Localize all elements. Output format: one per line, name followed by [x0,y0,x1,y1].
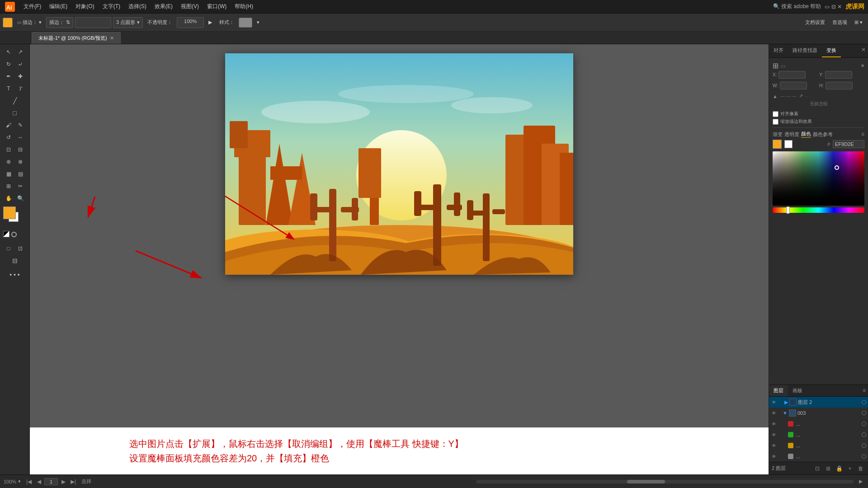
last-page-btn[interactable]: ▶| [69,477,78,486]
rotate-tool[interactable]: ↻ [3,58,14,70]
slice-tool[interactable]: ✂ [15,180,26,192]
layer-eye-green[interactable]: 👁 [771,432,777,438]
swatches-tab[interactable]: 渐变 [773,131,783,138]
right-panel-close[interactable]: ✕ [859,44,868,57]
doc-settings-btn[interactable]: 文档设置 [802,16,828,29]
color-tab[interactable]: 颜色 [801,131,811,138]
operation-dropdown[interactable]: 插边： ⇅ [46,17,73,28]
menu-type[interactable]: 文字(T) [99,2,124,11]
tab-transform[interactable]: 变换 [822,44,841,57]
scale-strokes-checkbox[interactable] [773,119,778,125]
pencil-tool[interactable]: ✎ [15,119,26,131]
more-tools-btn[interactable]: • • • [3,269,27,281]
scroll-right-btn[interactable]: ▶ [857,478,864,485]
layer-row-green[interactable]: 👁 ... [769,429,868,440]
symbol-sprayer[interactable]: ⊕ [3,156,14,168]
align-to-pixel-checkbox[interactable] [773,111,778,117]
hand-tool[interactable]: ✋ [3,192,14,204]
layer-row-003[interactable]: 👁 ▼ 003 [769,408,868,418]
column-graph[interactable]: ▦ [3,168,14,180]
transform-expand[interactable]: ✕ [861,63,864,68]
selection-tool[interactable]: ↖ [3,46,14,58]
zoom-dropdown-icon[interactable]: ▾ [18,479,21,484]
layer-eye-layer2[interactable]: 👁 [771,399,777,405]
full-screen-mode[interactable]: ⊟ [3,255,27,267]
bg-color-indicator[interactable] [784,140,793,148]
color-picker[interactable] [773,151,864,206]
opacity-arrow[interactable]: ▶ [206,16,215,29]
points-dropdown[interactable]: 3 点圆形 ▾ [113,17,143,28]
transparency-tab[interactable]: 透明度 [784,131,799,138]
layer-row-layer2[interactable]: 👁 ▶ 图层 2 [769,397,868,408]
warp-tool[interactable]: ⤾ [15,58,26,70]
color-panel-menu[interactable]: ≡ [861,131,864,137]
behind-mode[interactable]: ⊡ [15,243,26,254]
make-clipping-btn[interactable]: ⊞ [824,464,833,473]
next-page-btn[interactable]: ▶ [59,477,68,486]
layer-eye-gray[interactable]: 👁 [771,453,777,460]
delete-layer-btn[interactable]: 🗑 [856,464,865,473]
zoom-tool[interactable]: 🔍 [15,192,26,204]
more-tools[interactable]: • • • [3,269,27,281]
layer-eye-003[interactable]: 👁 [771,410,777,416]
w-input[interactable] [780,82,807,89]
style-dropdown-icon[interactable]: ▾ [254,16,262,29]
type-tool[interactable]: T [3,83,14,94]
tab-align[interactable]: 对齐 [769,44,788,57]
document-tab[interactable]: 未标题-1* @ 100% (RGB/预览) ✕ [32,32,121,44]
zoom-control[interactable]: 100% ▾ [4,479,21,484]
preferences-dropdown[interactable]: ⊞ ▾ [852,16,865,29]
layer-eye-yellow[interactable]: 👁 [771,442,777,449]
tab-close-icon[interactable]: ✕ [110,35,114,41]
reflect-tool[interactable]: ↔ [15,131,26,143]
layer-expand-003[interactable]: ▼ [783,410,788,416]
paintbrush-tool[interactable]: 🖌 [3,119,14,131]
color-guide-tab[interactable]: 颜色参考 [813,131,833,138]
page-input[interactable] [44,478,58,485]
reshape-tool[interactable]: ⊟ [15,144,26,155]
layer-row-yellow[interactable]: 👁 ... [769,440,868,451]
pen-tool[interactable]: ✒ [3,70,14,82]
artboard-tab[interactable]: 画板 [788,385,807,396]
new-layer-btn[interactable]: + [845,464,854,473]
menu-file[interactable]: 文件(F) [20,2,45,11]
menu-edit[interactable]: 编辑(E) [46,2,71,11]
h-scrollbar[interactable] [476,480,854,483]
fg-color-indicator[interactable] [773,140,782,149]
make-layer-btn[interactable]: ⊡ [813,464,822,473]
menu-effect[interactable]: 效果(E) [151,2,176,11]
y-input[interactable] [825,71,852,79]
operation-arrows[interactable]: ⇅ [66,19,70,25]
graph-tool2[interactable]: ▤ [15,168,26,180]
rotate2-tool[interactable]: ↺ [3,131,14,143]
layer-row-gray[interactable]: 👁 ... [769,451,868,462]
line-tool[interactable]: ╱ [3,95,27,107]
normal-mode[interactable]: □ [3,243,14,254]
none-color-icon[interactable] [11,232,17,237]
layers-panel-menu[interactable]: ≡ [860,385,868,396]
artboard-tool[interactable]: ⊞ [3,180,14,192]
h-input[interactable] [826,82,853,89]
fg-color-swatch[interactable] [3,206,16,219]
layer-eye-red[interactable]: 👁 [771,421,777,427]
layers-tab[interactable]: 图层 [769,385,788,396]
menu-view[interactable]: 视图(V) [177,2,203,11]
layer-row-red[interactable]: 👁 ... [769,418,868,429]
swap-colors-icon[interactable] [3,231,9,237]
layer-expand-icon[interactable]: ▶ [784,399,788,405]
tab-pathfinder[interactable]: 路径查找器 [788,44,822,57]
style-swatch[interactable] [239,18,252,28]
fill-color-swatch[interactable] [3,18,13,28]
first-page-btn[interactable]: |◀ [24,477,33,486]
menu-select[interactable]: 选择(S) [125,2,150,11]
x-input[interactable] [778,71,806,79]
rect-tool[interactable]: □ [3,107,27,119]
direct-selection-tool[interactable]: ↗ [15,46,26,58]
free-transform-tool[interactable]: ⊡ [3,144,14,155]
prev-page-btn[interactable]: ◀ [34,477,43,486]
preferences-btn[interactable]: 首选项 [830,16,850,29]
artboard[interactable]: 魔棒 — ✕ ≡ 填充颜色 [225,53,573,275]
hue-slider[interactable] [773,207,864,213]
lock-layer-btn[interactable]: 🔒 [835,464,844,473]
symbol-tool2[interactable]: ⊗ [15,156,26,168]
